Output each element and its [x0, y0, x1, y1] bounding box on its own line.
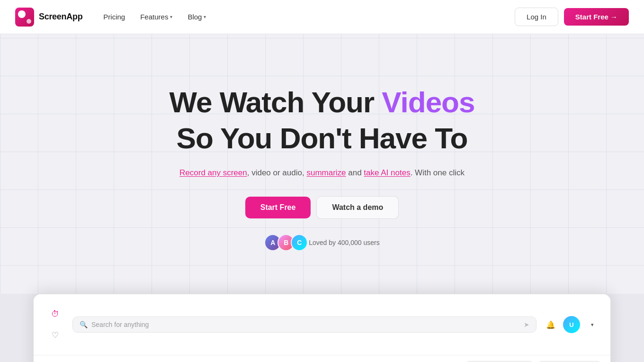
nav-pricing[interactable]: Pricing: [98, 10, 131, 24]
user-avatar-button[interactable]: U: [563, 316, 580, 333]
hero-subtitle: Record any screen, video or audio, summa…: [170, 166, 475, 179]
hero-watch-demo-button[interactable]: Watch a demo: [316, 196, 399, 219]
app-window-header: ⏱ ♡ 🔍 Search for anything ➤ 🔔 U ▾: [34, 294, 610, 355]
app-sidebar: ⏱ ♡: [43, 300, 67, 349]
app-toolbar: 🔔 U ▾: [542, 316, 601, 333]
social-proof-text: Loved by 400,000 users: [309, 239, 379, 246]
hero-start-free-button[interactable]: Start Free: [245, 197, 311, 218]
app-preview-section: ⏱ ♡ 🔍 Search for anything ➤ 🔔 U ▾: [0, 294, 644, 362]
user-menu-chevron-button[interactable]: ▾: [584, 316, 601, 333]
favorites-icon[interactable]: ♡: [46, 326, 63, 344]
start-free-button[interactable]: Start Free →: [564, 8, 629, 26]
hero-section: We Watch Your Videos So You Don't Have T…: [0, 0, 644, 294]
summarize-link[interactable]: summarize: [306, 168, 346, 177]
hero-social-proof: A B C Loved by 400,000 users: [170, 234, 475, 251]
notifications-button[interactable]: 🔔: [542, 316, 559, 333]
avatar: C: [291, 234, 308, 251]
nav-blog[interactable]: Blog ▾: [182, 10, 212, 24]
record-any-screen-link[interactable]: Record any screen: [179, 168, 247, 177]
hero-content: We Watch Your Videos So You Don't Have T…: [160, 58, 484, 270]
login-button[interactable]: Log In: [515, 8, 558, 26]
nav-actions: Log In Start Free →: [515, 8, 629, 26]
blog-chevron-icon: ▾: [204, 14, 206, 19]
nav-links: Pricing Features ▾ Blog ▾: [98, 10, 500, 24]
logo-wordmark: ScreenApp: [39, 12, 82, 22]
logo-icon: [15, 8, 34, 27]
hero-buttons: Start Free Watch a demo: [170, 196, 475, 219]
search-input[interactable]: Search for anything: [91, 321, 520, 328]
send-icon: ➤: [524, 321, 529, 328]
features-chevron-icon: ▾: [170, 14, 172, 19]
hero-title-line1: We Watch Your Videos: [170, 86, 475, 118]
hero-title-videos: Videos: [382, 86, 474, 118]
take-ai-notes-link[interactable]: take AI notes: [364, 168, 410, 177]
avatar-group: A B C: [264, 234, 304, 251]
navbar: ScreenApp Pricing Features ▾ Blog ▾ Log …: [0, 0, 644, 34]
app-window: ⏱ ♡ 🔍 Search for anything ➤ 🔔 U ▾: [33, 294, 611, 362]
hero-title-line2: So You Don't Have To: [170, 122, 475, 154]
app-breadcrumb-bar: 🏠 › Personal › UX Audit Record a video ⬆…: [34, 355, 610, 362]
search-icon: 🔍: [80, 321, 88, 328]
hero-title-we: We Watch Your: [170, 86, 382, 118]
logo[interactable]: ScreenApp: [15, 8, 82, 27]
nav-features[interactable]: Features ▾: [134, 10, 178, 24]
history-icon[interactable]: ⏱: [46, 306, 63, 323]
search-bar[interactable]: 🔍 Search for anything ➤: [72, 317, 537, 333]
